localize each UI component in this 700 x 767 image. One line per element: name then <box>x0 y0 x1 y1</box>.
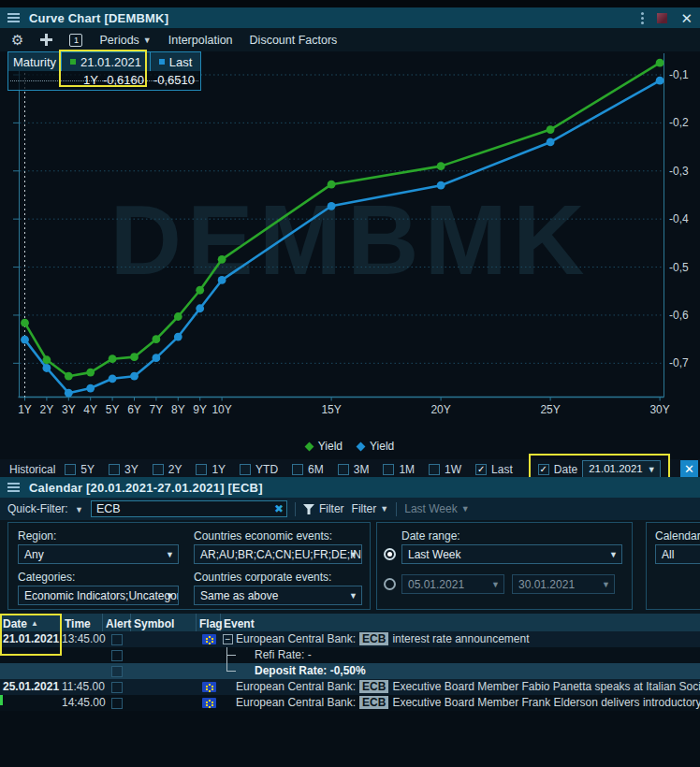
date-checkbox-label: Date <box>554 463 577 476</box>
tooltip-last-value: -0,6510 <box>153 73 195 87</box>
historical-label: Historical <box>9 463 55 476</box>
yield-curve-chart: DEMBMK -0,1-0,2-0,3-0,4-0,5-0,6-0,71Y2Y3… <box>0 51 700 459</box>
historical-option-3m: 3M <box>338 463 370 476</box>
checkbox[interactable] <box>65 464 76 475</box>
column-header-flag[interactable]: Flag <box>197 614 221 631</box>
legend-marker-icon <box>304 441 314 451</box>
menu-icon[interactable] <box>7 483 20 485</box>
countries-econ-select[interactable]: AR;AU;BR;CA;CN;EU;FR;DE;IN;▼ <box>194 544 362 564</box>
x-axis-tick-label: 7Y <box>150 403 164 416</box>
green-series-swatch <box>70 59 76 65</box>
countries-corp-select[interactable]: Same as above▼ <box>194 586 362 605</box>
event-text: European Central Bank: <box>236 632 356 645</box>
clear-filter-icon[interactable]: ✖ <box>274 502 284 515</box>
curve-date-select[interactable]: 21.01.2021▼ <box>582 460 661 479</box>
legend-item[interactable]: Yield <box>357 440 394 453</box>
funnel-icon <box>303 504 314 514</box>
countries-econ-label: Countries economic events: <box>194 529 332 543</box>
more-options-icon[interactable] <box>641 17 644 20</box>
alert-checkbox[interactable] <box>111 666 123 677</box>
column-header-label: Event <box>224 617 255 630</box>
region-select[interactable]: Any▼ <box>18 544 179 564</box>
checkbox-label: 3M <box>354 463 370 476</box>
range-menu[interactable]: Last Week▼ <box>404 502 469 515</box>
region-label: Region: <box>18 529 56 543</box>
periods-menu[interactable]: Periods▼ <box>99 34 151 47</box>
checkbox[interactable] <box>338 464 349 475</box>
historical-bar-close-button[interactable]: ✕ <box>680 460 698 478</box>
x-axis-tick-label: 30Y <box>649 403 669 416</box>
categories-select[interactable]: Economic Indicators;Uncategoriz▼ <box>18 586 179 605</box>
event-cell: −European Central Bank:ECBinterest rate … <box>221 631 700 647</box>
chevron-down-icon: ▼ <box>380 504 388 514</box>
time-cell <box>62 663 103 679</box>
checkbox[interactable] <box>383 464 394 475</box>
window-dock-icon[interactable] <box>657 13 667 23</box>
layout-page-icon[interactable]: 1 <box>69 34 82 47</box>
alert-checkbox[interactable] <box>111 634 123 645</box>
chevron-down-icon: ▼ <box>75 505 83 514</box>
symbol-cell <box>131 695 197 711</box>
column-header-symbol[interactable]: Symbol <box>131 614 197 631</box>
x-axis-tick-label: 2Y <box>40 403 54 416</box>
column-header-alert[interactable]: Alert <box>103 614 131 631</box>
settings-gear-icon[interactable]: ⚙ <box>11 33 23 47</box>
checkbox[interactable] <box>292 464 303 475</box>
checkbox-label: 3Y <box>124 463 139 476</box>
filter-button[interactable]: Filter <box>303 502 344 515</box>
date-range-custom-radio[interactable] <box>384 578 396 590</box>
menu-icon[interactable] <box>7 13 20 15</box>
table-row[interactable]: Refi Rate: - <box>0 647 700 663</box>
checkbox[interactable] <box>109 464 120 475</box>
time-cell <box>62 647 103 663</box>
alert-checkbox[interactable] <box>111 650 123 661</box>
quick-filter-bar: Quick-Filter: ▼ ECB ✖ Filter Filter▼ Las… <box>0 498 700 520</box>
ecb-match-badge: ECB <box>359 632 388 645</box>
date-range-select[interactable]: Last Week▼ <box>401 544 622 564</box>
add-icon[interactable] <box>40 34 52 46</box>
eu-flag-icon <box>202 698 216 708</box>
curve-chart-window: Curve Chart [DEMBMK] ✕ ⚙ 1 Periods▼ Inte… <box>0 7 700 472</box>
discount-factors-button[interactable]: Discount Factors <box>250 34 338 47</box>
column-header-event[interactable]: Event <box>221 614 700 631</box>
table-row[interactable]: Deposit Rate: -0,50% <box>0 663 700 679</box>
calendar-source-select[interactable]: All <box>655 544 700 564</box>
chevron-down-icon: ▼ <box>143 36 152 45</box>
x-axis-tick-label: 9Y <box>193 403 207 416</box>
date-checkbox[interactable]: ✓ <box>538 464 549 475</box>
date-from-select[interactable]: 05.01.2021▼ <box>401 574 504 594</box>
screen: Curve Chart [DEMBMK] ✕ ⚙ 1 Periods▼ Inte… <box>0 0 700 767</box>
event-text: European Central Bank: <box>236 680 356 693</box>
quick-filter-input[interactable]: ECB ✖ <box>91 500 287 517</box>
checkbox-label: 2Y <box>168 463 182 476</box>
legend-item[interactable]: Yield <box>306 440 343 453</box>
alert-checkbox[interactable] <box>111 682 123 693</box>
date-cell <box>0 647 62 663</box>
collapse-expander-icon[interactable]: − <box>223 634 233 644</box>
yield-curve-svg[interactable]: -0,1-0,2-0,3-0,4-0,5-0,6-0,71Y2Y3Y4Y5Y6Y… <box>0 51 700 433</box>
date-range-preset-radio[interactable] <box>384 548 396 560</box>
table-row[interactable]: 21.01.202113:45.00−European Central Bank… <box>0 631 700 647</box>
x-axis-tick-label: 5Y <box>106 403 120 416</box>
checkbox[interactable]: ✓ <box>475 464 487 475</box>
tree-line <box>226 671 236 672</box>
date-to-select[interactable]: 30.01.2021▼ <box>512 574 615 594</box>
event-cell: Refi Rate: - <box>221 647 700 663</box>
curve-tooltip: Maturity 21.01.2021 Last 1Y -0,6160 -0,6… <box>7 51 201 91</box>
event-text: Executive Board Member Fabio Panetta spe… <box>392 680 700 693</box>
column-header-date[interactable]: Date▲ <box>0 614 62 631</box>
checkbox[interactable] <box>429 464 440 475</box>
column-header-time[interactable]: Time <box>62 614 103 631</box>
checkbox[interactable] <box>240 464 251 475</box>
close-icon[interactable]: ✕ <box>680 13 693 23</box>
checkbox[interactable] <box>153 464 164 475</box>
y-axis-tick-label: -0,2 <box>669 116 689 129</box>
filter-menu[interactable]: Filter▼ <box>352 502 389 515</box>
checkbox[interactable] <box>196 464 207 475</box>
x-axis-tick-label: 20Y <box>430 403 450 416</box>
table-row[interactable]: 14:45.00European Central Bank:ECBExecuti… <box>0 695 700 711</box>
alert-checkbox[interactable] <box>111 698 123 709</box>
interpolation-button[interactable]: Interpolation <box>168 34 233 47</box>
table-row[interactable]: 25.01.202111:45.00European Central Bank:… <box>0 679 700 695</box>
flag-cell <box>197 647 221 663</box>
